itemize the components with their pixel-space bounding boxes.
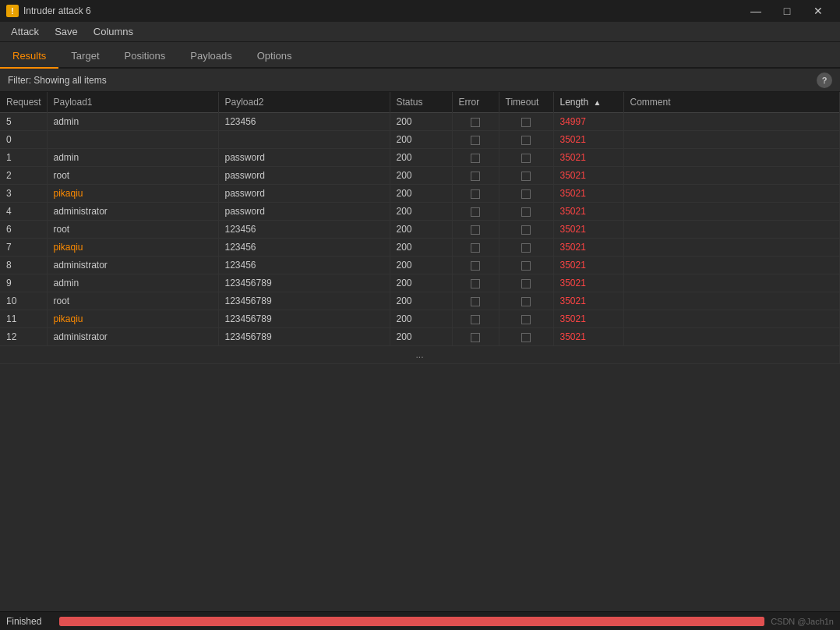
- menu-attack[interactable]: Attack: [3, 23, 47, 40]
- cell-timeout: [499, 292, 553, 310]
- watermark-text: CSDN @Jach1n: [771, 617, 834, 626]
- menubar: Attack Save Columns: [0, 22, 840, 42]
- cell-timeout: [499, 239, 553, 257]
- cell-length: 35021: [553, 292, 623, 310]
- cell-request: 12: [0, 328, 47, 346]
- error-checkbox[interactable]: [471, 172, 480, 181]
- window-controls: — □ ✕: [740, 0, 834, 22]
- error-checkbox[interactable]: [471, 136, 480, 145]
- cell-comment: [623, 292, 840, 310]
- cell-error: [452, 113, 499, 131]
- filter-text: Filter: Showing all items: [8, 75, 817, 86]
- cell-request: 8: [0, 257, 47, 274]
- cell-payload1: admin: [47, 149, 218, 167]
- tab-results[interactable]: Results: [0, 44, 58, 69]
- table-row[interactable]: 3pikaqiupassword20035021: [0, 185, 840, 203]
- statusbar: Finished CSDN @Jach1n: [0, 611, 840, 630]
- timeout-checkbox[interactable]: [521, 118, 531, 127]
- col-header-request[interactable]: Request: [0, 92, 47, 113]
- table-row[interactable]: 11pikaqiu12345678920035021: [0, 310, 840, 328]
- timeout-checkbox[interactable]: [521, 225, 531, 235]
- tab-payloads[interactable]: Payloads: [178, 44, 244, 69]
- table-row[interactable]: 8administrator12345620035021: [0, 257, 840, 274]
- maximize-button[interactable]: □: [771, 0, 803, 22]
- tab-bar: Results Target Positions Payloads Option…: [0, 42, 840, 69]
- table-row[interactable]: 9admin12345678920035021: [0, 274, 840, 292]
- cell-request: 1: [0, 149, 47, 167]
- table-row[interactable]: 5admin12345620034997: [0, 113, 840, 131]
- cell-error: [452, 149, 499, 167]
- table-row[interactable]: 10root12345678920035021: [0, 292, 840, 310]
- cell-status: 200: [390, 185, 452, 203]
- minimize-button[interactable]: —: [740, 0, 771, 22]
- table-row[interactable]: 2rootpassword20035021: [0, 167, 840, 185]
- error-checkbox[interactable]: [471, 261, 480, 271]
- cell-request: 7: [0, 239, 47, 257]
- close-button[interactable]: ✕: [803, 0, 834, 22]
- cell-payload1: admin: [47, 274, 218, 292]
- col-header-payload2[interactable]: Payload2: [218, 92, 390, 113]
- cell-status: 200: [390, 167, 452, 185]
- error-checkbox[interactable]: [471, 225, 480, 235]
- timeout-checkbox[interactable]: [521, 154, 531, 163]
- col-header-error[interactable]: Error: [452, 92, 499, 113]
- cell-comment: [623, 310, 840, 328]
- table-row[interactable]: 6root12345620035021: [0, 221, 840, 239]
- cell-comment: [623, 185, 840, 203]
- cell-request: 3: [0, 185, 47, 203]
- col-header-comment[interactable]: Comment: [623, 92, 840, 113]
- error-checkbox[interactable]: [471, 243, 480, 253]
- sort-arrow-icon: ▲: [594, 98, 602, 107]
- timeout-checkbox[interactable]: [521, 261, 531, 271]
- error-checkbox[interactable]: [471, 333, 480, 342]
- timeout-checkbox[interactable]: [521, 315, 531, 324]
- cell-payload1: administrator: [47, 203, 218, 221]
- cell-comment: [623, 328, 840, 346]
- timeout-checkbox[interactable]: [521, 333, 531, 342]
- cell-payload1: root: [47, 167, 218, 185]
- results-table-container[interactable]: Request Payload1 Payload2 Status Error T…: [0, 92, 840, 611]
- table-row[interactable]: 4administratorpassword20035021: [0, 203, 840, 221]
- cell-length: 35021: [553, 167, 623, 185]
- cell-length: 35021: [553, 257, 623, 274]
- app-icon: !: [6, 5, 19, 17]
- timeout-checkbox[interactable]: [521, 207, 531, 217]
- table-row[interactable]: 020035021: [0, 131, 840, 149]
- error-checkbox[interactable]: [471, 297, 480, 306]
- cell-timeout: [499, 328, 553, 346]
- error-checkbox[interactable]: [471, 279, 480, 288]
- cell-request: 5: [0, 113, 47, 131]
- timeout-checkbox[interactable]: [521, 297, 531, 306]
- error-checkbox[interactable]: [471, 315, 480, 324]
- cell-error: [452, 257, 499, 274]
- cell-comment: [623, 257, 840, 274]
- cell-request: 4: [0, 203, 47, 221]
- timeout-checkbox[interactable]: [521, 172, 531, 181]
- error-checkbox[interactable]: [471, 118, 480, 127]
- cell-error: [452, 131, 499, 149]
- tab-positions[interactable]: Positions: [112, 44, 178, 69]
- table-row[interactable]: 7pikaqiu12345620035021: [0, 239, 840, 257]
- cell-payload2: 123456789: [218, 310, 390, 328]
- col-header-payload1[interactable]: Payload1: [47, 92, 218, 113]
- col-header-status[interactable]: Status: [390, 92, 452, 113]
- col-header-length[interactable]: Length ▲: [553, 92, 623, 113]
- cell-length: 35021: [553, 310, 623, 328]
- menu-columns[interactable]: Columns: [86, 23, 141, 40]
- col-header-timeout[interactable]: Timeout: [499, 92, 553, 113]
- error-checkbox[interactable]: [471, 154, 480, 163]
- timeout-checkbox[interactable]: [521, 136, 531, 145]
- timeout-checkbox[interactable]: [521, 243, 531, 253]
- menu-save[interactable]: Save: [47, 23, 86, 40]
- table-row[interactable]: 12administrator12345678920035021: [0, 328, 840, 346]
- timeout-checkbox[interactable]: [521, 189, 531, 199]
- help-button[interactable]: ?: [817, 73, 832, 88]
- tab-target[interactable]: Target: [58, 44, 111, 69]
- timeout-checkbox[interactable]: [521, 279, 531, 288]
- ellipsis-row: ...: [0, 346, 840, 364]
- tab-options[interactable]: Options: [245, 44, 305, 69]
- table-row[interactable]: 1adminpassword20035021: [0, 149, 840, 167]
- error-checkbox[interactable]: [471, 207, 480, 217]
- error-checkbox[interactable]: [471, 189, 480, 199]
- cell-payload2: password: [218, 203, 390, 221]
